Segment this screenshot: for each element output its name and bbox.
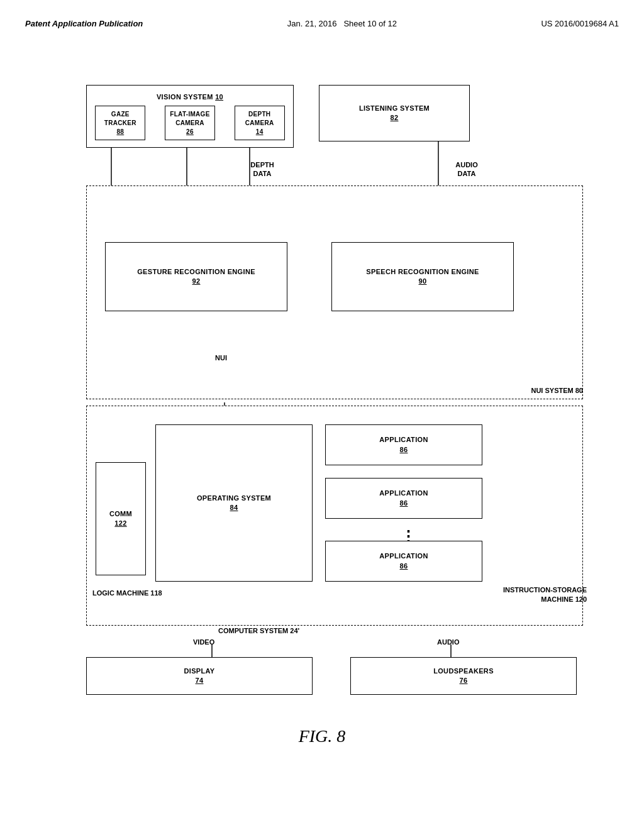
header-center: Jan. 21, 2016 Sheet 10 of 12: [287, 19, 397, 28]
header: Patent Application Publication Jan. 21, …: [25, 13, 619, 41]
gaze-tracker-box: GAZE TRACKER 88: [95, 106, 145, 140]
display-box: DISPLAY 74: [86, 657, 313, 695]
depth-data-label: DEPTH DATA: [240, 160, 284, 179]
instruction-storage-label: INSTRUCTION-STORAGE MACHINE 120: [503, 585, 587, 605]
nui-system-label: NUI SYSTEM 80: [531, 387, 583, 394]
app1-box: APPLICATION 86: [325, 424, 482, 465]
figure-label: FIG. 8: [25, 726, 619, 746]
audio-label: AUDIO: [437, 638, 459, 646]
page: Patent Application Publication Jan. 21, …: [0, 0, 644, 830]
patent-number: US 2016/0019684 A1: [541, 19, 619, 28]
comm-box: COMM 122: [96, 462, 146, 575]
app2-box: APPLICATION 86: [325, 478, 482, 519]
nui-label: NUI: [215, 354, 227, 362]
diagram: VISION SYSTEM 10 GAZE TRACKER 88 FLAT-IM…: [48, 53, 596, 714]
listening-system-box: LISTENING SYSTEM 82: [319, 85, 470, 141]
depth-camera-box: DEPTH CAMERA 14: [235, 106, 285, 140]
app3-box: APPLICATION 86: [325, 541, 482, 582]
sheet-info: Sheet 10 of 12: [343, 19, 397, 28]
header-right: US 2016/0019684 A1: [541, 19, 619, 28]
logic-machine-label: LOGIC MACHINE 118: [92, 589, 162, 597]
video-label: VIDEO: [193, 638, 214, 646]
speech-engine-box: SPEECH RECOGNITION ENGINE 90: [331, 242, 514, 311]
gesture-engine-box: GESTURE RECOGNITION ENGINE 92: [105, 242, 287, 311]
audio-data-label: AUDIO DATA: [445, 160, 489, 179]
vision-system-box: VISION SYSTEM 10 GAZE TRACKER 88 FLAT-IM…: [86, 85, 294, 148]
loudspeakers-box: LOUDSPEAKERS 76: [350, 657, 577, 695]
operating-system-box: OPERATING SYSTEM 84: [155, 424, 313, 582]
computer-system-label: COMPUTER SYSTEM 24': [218, 627, 299, 634]
flat-image-camera-box: FLAT-IMAGE CAMERA 26: [165, 106, 215, 140]
publication-label: Patent Application Publication: [25, 19, 143, 28]
vision-system-label: VISION SYSTEM 10: [157, 92, 223, 102]
pub-date: Jan. 21, 2016: [287, 19, 337, 28]
header-left: Patent Application Publication: [25, 19, 143, 28]
